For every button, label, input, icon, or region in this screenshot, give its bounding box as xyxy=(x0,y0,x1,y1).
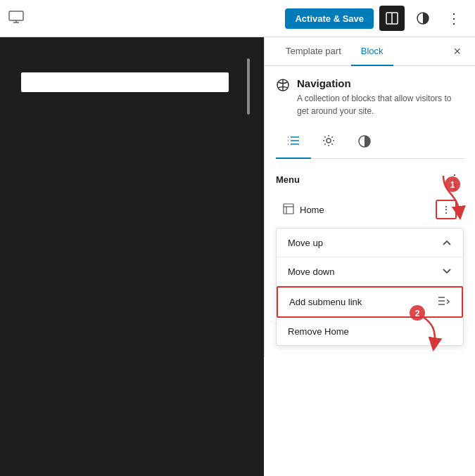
menu-section-header: Menu ⋮ xyxy=(276,170,464,188)
tab-block[interactable]: Block xyxy=(351,37,393,66)
block-description: A collection of blocks that allow visito… xyxy=(297,92,464,117)
submenu-icon xyxy=(438,296,450,308)
dropdown-menu: Move up Move down xyxy=(276,228,464,346)
chevron-up-icon xyxy=(442,237,452,248)
layout-icon-button[interactable] xyxy=(379,6,405,31)
add-submenu-link-item[interactable]: Add submenu link xyxy=(277,286,463,318)
navigation-block-icon xyxy=(276,78,290,96)
sidebar-content: Navigation A collection of blocks that a… xyxy=(265,66,475,357)
sidebar: Template part Block × xyxy=(264,37,475,357)
canvas-area xyxy=(0,37,264,476)
home-menu-item: Home ⋮ xyxy=(276,194,464,225)
svg-rect-16 xyxy=(284,204,293,214)
svg-point-14 xyxy=(327,139,331,143)
tab-template-part[interactable]: Template part xyxy=(276,37,351,66)
more-options-button[interactable]: ⋮ xyxy=(441,6,467,31)
canvas-header-bar xyxy=(21,72,229,92)
move-down-label: Move down xyxy=(288,266,334,277)
home-menu-item-left: Home xyxy=(283,203,324,217)
home-item-label: Home xyxy=(300,205,324,215)
sub-tab-style[interactable] xyxy=(346,129,383,159)
move-down-item[interactable]: Move down xyxy=(277,257,463,286)
add-submenu-link-label: Add submenu link xyxy=(289,297,362,307)
monitor-icon xyxy=(8,11,24,27)
remove-home-item[interactable]: Remove Home xyxy=(277,318,463,345)
svg-rect-0 xyxy=(9,11,23,20)
menu-section-title: Menu xyxy=(276,174,300,185)
sub-tab-settings[interactable] xyxy=(311,129,346,159)
activate-save-button[interactable]: Activate & Save xyxy=(285,8,374,29)
home-item-more-button[interactable]: ⋮ xyxy=(436,200,457,219)
top-bar-left xyxy=(8,11,24,27)
canvas-scrollbar[interactable] xyxy=(247,58,250,115)
top-bar: Activate & Save ⋮ xyxy=(0,0,475,37)
menu-more-button[interactable]: ⋮ xyxy=(445,170,464,188)
move-up-label: Move up xyxy=(288,238,323,248)
remove-home-label: Remove Home xyxy=(288,326,349,337)
move-up-item[interactable]: Move up xyxy=(277,229,463,257)
chevron-down-icon xyxy=(442,266,452,277)
block-title: Navigation xyxy=(297,77,464,89)
block-header: Navigation A collection of blocks that a… xyxy=(276,77,464,117)
sub-tab-list[interactable] xyxy=(276,129,311,159)
sidebar-close-button[interactable]: × xyxy=(450,41,464,62)
sub-tabs xyxy=(276,129,464,159)
block-info: Navigation A collection of blocks that a… xyxy=(297,77,464,117)
sidebar-tabs: Template part Block × xyxy=(265,37,475,66)
more-dots-icon: ⋮ xyxy=(447,10,462,27)
sidebar-wrapper: Template part Block × xyxy=(264,37,475,476)
home-item-icon xyxy=(283,203,294,217)
contrast-icon-button[interactable] xyxy=(410,6,436,31)
main-content: Template part Block × xyxy=(0,37,475,476)
